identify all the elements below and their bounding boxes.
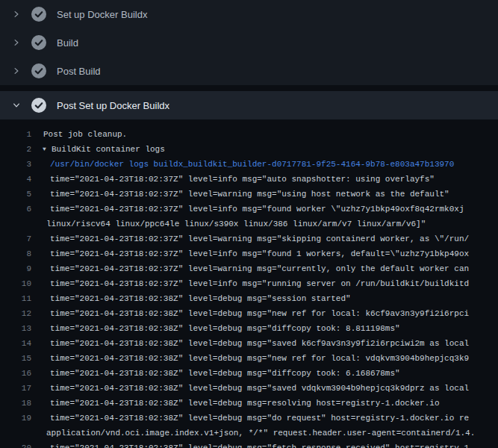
log-line-number[interactable]: 14 <box>0 336 31 351</box>
step-label: Build <box>57 37 78 49</box>
log-group-toggle[interactable]: ▼BuildKit container logs <box>31 142 165 157</box>
step-label: Set up Docker Buildx <box>57 9 147 20</box>
log-line-text: time="2021-04-23T18:02:38Z" level=debug … <box>31 321 400 336</box>
log-line-text: time="2021-04-23T18:02:37Z" level=info m… <box>31 276 469 291</box>
log-line-text: time="2021-04-23T18:02:37Z" level=info m… <box>31 202 464 217</box>
log-line-text: time="2021-04-23T18:02:38Z" level=debug … <box>31 441 469 448</box>
log-line-text: time="2021-04-23T18:02:38Z" level=debug … <box>31 336 469 351</box>
log-line: 13time="2021-04-23T18:02:38Z" level=debu… <box>0 321 498 336</box>
log-line-number[interactable]: 12 <box>0 306 31 321</box>
log-line: 10time="2021-04-23T18:02:37Z" level=info… <box>0 276 498 291</box>
log-line: 12time="2021-04-23T18:02:38Z" level=debu… <box>0 306 498 321</box>
log-line-text: time="2021-04-23T18:02:38Z" level=debug … <box>31 351 469 366</box>
log-line: 5time="2021-04-23T18:02:37Z" level=warni… <box>0 187 498 202</box>
log-line-number[interactable]: 10 <box>0 276 31 291</box>
chevron-right-icon <box>10 37 22 49</box>
log-line-number[interactable]: 15 <box>0 351 31 366</box>
log-line-text: time="2021-04-23T18:02:38Z" level=debug … <box>31 396 440 411</box>
log-line-number[interactable]: 11 <box>0 291 31 306</box>
log-command-text: /usr/bin/docker logs buildx_buildkit_bui… <box>31 157 454 172</box>
log-line-number[interactable]: 9 <box>0 261 31 276</box>
log-line: 15time="2021-04-23T18:02:38Z" level=debu… <box>0 351 498 366</box>
log-line-text: time="2021-04-23T18:02:37Z" level=warnin… <box>31 231 469 246</box>
log-line-number[interactable]: 8 <box>0 246 31 261</box>
log-line: 6time="2021-04-23T18:02:37Z" level=info … <box>0 202 498 217</box>
log-line-text: time="2021-04-23T18:02:38Z" level=debug … <box>31 366 400 381</box>
triangle-down-icon: ▼ <box>43 142 52 157</box>
log-line: 1Post job cleanup. <box>0 127 498 142</box>
check-circle-icon <box>31 35 46 50</box>
step-label: Post Build <box>57 66 101 77</box>
log-line: 18time="2021-04-23T18:02:38Z" level=debu… <box>0 396 498 411</box>
check-circle-icon <box>31 63 46 78</box>
log-viewer: 1Post job cleanup. 2▼BuildKit container … <box>0 119 498 448</box>
log-line-text: time="2021-04-23T18:02:37Z" level=warnin… <box>31 187 449 202</box>
log-line-number[interactable]: 7 <box>0 231 31 246</box>
log-line-group-header: 2▼BuildKit container logs <box>0 142 498 157</box>
log-line-text: linux/riscv64 linux/ppc64le linux/s390x … <box>31 217 426 231</box>
log-line-number[interactable]: 20 <box>0 441 31 448</box>
log-line-number[interactable]: 17 <box>0 381 31 396</box>
chevron-right-icon <box>10 65 22 77</box>
log-line-text: time="2021-04-23T18:02:38Z" level=debug … <box>31 381 469 396</box>
log-line: 9time="2021-04-23T18:02:37Z" level=warni… <box>0 261 498 276</box>
step-row-post-build[interactable]: Post Build <box>0 57 498 85</box>
step-row-set-up-docker-buildx[interactable]: Set up Docker Buildx <box>0 0 498 28</box>
log-line-text: application/vnd.oci.image.index.v1+json,… <box>31 426 475 441</box>
step-row-post-set-up-docker-buildx[interactable]: Post Set up Docker Buildx <box>0 91 498 119</box>
log-line-number[interactable]: 3 <box>0 157 31 172</box>
log-line-number[interactable]: 16 <box>0 366 31 381</box>
log-line: 7time="2021-04-23T18:02:37Z" level=warni… <box>0 231 498 246</box>
log-line: 3/usr/bin/docker logs buildx_buildkit_bu… <box>0 157 498 172</box>
check-circle-icon <box>31 98 46 113</box>
log-line: 4time="2021-04-23T18:02:37Z" level=info … <box>0 172 498 187</box>
step-row-build[interactable]: Build <box>0 28 498 57</box>
log-line-number[interactable]: 18 <box>0 396 31 411</box>
check-circle-icon <box>31 7 46 22</box>
log-line: 19time="2021-04-23T18:02:38Z" level=debu… <box>0 411 498 426</box>
chevron-down-icon <box>10 99 22 111</box>
log-line: 14time="2021-04-23T18:02:38Z" level=debu… <box>0 336 498 351</box>
log-line: 11time="2021-04-23T18:02:38Z" level=debu… <box>0 291 498 306</box>
log-line-text: time="2021-04-23T18:02:37Z" level=warnin… <box>31 261 469 276</box>
log-line-text: Post job cleanup. <box>31 127 127 142</box>
log-line: 16time="2021-04-23T18:02:38Z" level=debu… <box>0 366 498 381</box>
log-line-number[interactable]: 2 <box>0 142 31 157</box>
log-line-text: time="2021-04-23T18:02:37Z" level=info m… <box>31 246 469 261</box>
log-line: 20time="2021-04-23T18:02:38Z" level=debu… <box>0 441 498 448</box>
log-group-title: BuildKit container logs <box>52 145 165 154</box>
log-line-number[interactable]: 6 <box>0 202 31 217</box>
steps-list: Set up Docker Buildx Build Post Build <box>0 0 498 85</box>
chevron-right-icon <box>10 8 22 20</box>
step-label: Post Set up Docker Buildx <box>57 100 169 111</box>
log-line: 8time="2021-04-23T18:02:37Z" level=info … <box>0 246 498 261</box>
log-line-wrap: linux/riscv64 linux/ppc64le linux/s390x … <box>0 217 498 231</box>
log-line-number[interactable]: 13 <box>0 321 31 336</box>
log-line-number[interactable]: 5 <box>0 187 31 202</box>
log-line-wrap: application/vnd.oci.image.index.v1+json,… <box>0 426 498 441</box>
log-line-text: time="2021-04-23T18:02:37Z" level=info m… <box>31 172 435 187</box>
log-line-text: time="2021-04-23T18:02:38Z" level=debug … <box>31 306 469 321</box>
log-line-number[interactable]: 1 <box>0 127 31 142</box>
log-line-text: time="2021-04-23T18:02:38Z" level=debug … <box>31 411 469 426</box>
log-line-number[interactable]: 4 <box>0 172 31 187</box>
log-line-text: time="2021-04-23T18:02:38Z" level=debug … <box>31 291 351 306</box>
log-line-number[interactable]: 19 <box>0 411 31 426</box>
log-line: 17time="2021-04-23T18:02:38Z" level=debu… <box>0 381 498 396</box>
